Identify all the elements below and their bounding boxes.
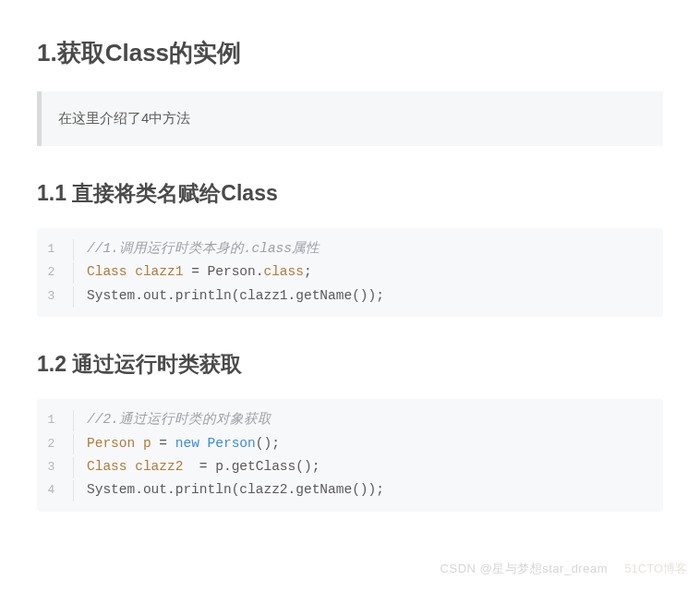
line-number: 3 xyxy=(37,457,74,478)
code-line: 2Class clazz1 = Person.class; xyxy=(37,260,663,284)
code-content: System.out.println(clazz1.getName()); xyxy=(74,284,384,308)
code-block-2: 1//2.通过运行时类的对象获取2Person p = new Person()… xyxy=(37,399,663,512)
line-number: 2 xyxy=(37,262,74,284)
code-content: //2.通过运行时类的对象获取 xyxy=(74,408,272,431)
line-number: 1 xyxy=(37,410,74,431)
code-content: Class clazz2 = p.getClass(); xyxy=(74,455,320,478)
heading-1-1: 1.1 直接将类名赋给Class xyxy=(37,179,663,208)
code-line: 3Class clazz2 = p.getClass(); xyxy=(37,455,663,478)
code-block-1: 1//1.调用运行时类本身的.class属性2Class clazz1 = Pe… xyxy=(37,228,663,317)
code-content: //1.调用运行时类本身的.class属性 xyxy=(74,237,320,260)
heading-1: 1.获取Class的实例 xyxy=(37,37,663,69)
quote-text: 在这里介绍了4中方法 xyxy=(58,110,646,127)
code-content: System.out.println(clazz2.getName()); xyxy=(74,478,384,501)
code-line: 3System.out.println(clazz1.getName()); xyxy=(37,284,663,308)
heading-1-2: 1.2 通过运行时类获取 xyxy=(37,350,663,379)
code-line: 2Person p = new Person(); xyxy=(37,432,663,455)
line-number: 2 xyxy=(37,434,74,455)
code-line: 4System.out.println(clazz2.getName()); xyxy=(37,478,663,501)
code-content: Person p = new Person(); xyxy=(74,432,280,455)
line-number: 4 xyxy=(37,480,74,501)
code-line: 1//1.调用运行时类本身的.class属性 xyxy=(37,237,663,260)
line-number: 3 xyxy=(37,286,74,308)
code-line: 1//2.通过运行时类的对象获取 xyxy=(37,408,663,431)
line-number: 1 xyxy=(37,239,74,260)
quote-block: 在这里介绍了4中方法 xyxy=(37,91,663,146)
code-content: Class clazz1 = Person.class; xyxy=(74,260,312,284)
